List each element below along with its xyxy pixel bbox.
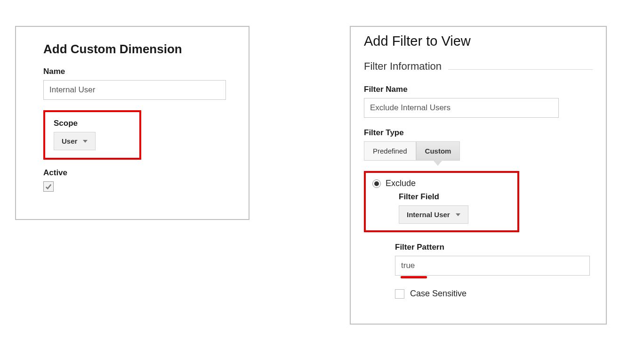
name-input[interactable] (43, 80, 226, 100)
add-filter-panel: Add Filter to View Filter Information Fi… (350, 26, 607, 325)
filter-name-group: Filter Name (364, 85, 593, 118)
scope-highlight-box: Scope User (43, 110, 141, 160)
section-divider (448, 69, 593, 70)
panel-title: Add Filter to View (364, 33, 593, 49)
active-label: Active (43, 168, 226, 178)
name-field-group: Name (43, 67, 226, 100)
filter-type-label: Filter Type (364, 128, 593, 138)
exclude-label: Exclude (386, 179, 416, 188)
filter-type-group: Filter Type Predefined Custom (364, 128, 593, 161)
active-checkbox[interactable] (43, 181, 54, 192)
scope-dropdown[interactable]: User (54, 132, 96, 150)
tab-custom-label: Custom (425, 147, 451, 155)
case-sensitive-row: Case Sensitive (395, 289, 593, 299)
filter-name-label: Filter Name (364, 85, 593, 94)
tab-pointer-icon (433, 160, 443, 166)
tab-custom[interactable]: Custom (416, 141, 460, 161)
filter-pattern-input-wrap (395, 256, 593, 276)
filter-field-value: Internal User (407, 211, 450, 219)
name-label: Name (43, 67, 226, 76)
active-field-group: Active (43, 168, 226, 192)
section-header: Filter Information (364, 60, 593, 74)
check-icon (45, 183, 52, 190)
exclude-highlight-box: Exclude Filter Field Internal User (364, 171, 519, 232)
radio-dot-icon (374, 181, 379, 186)
scope-dropdown-value: User (62, 137, 77, 145)
filter-pattern-label: Filter Pattern (395, 243, 593, 252)
chevron-down-icon (456, 213, 460, 216)
exclude-radio[interactable] (372, 179, 381, 188)
case-sensitive-checkbox[interactable] (395, 289, 404, 299)
filter-pattern-group: Filter Pattern Case Sensitive (395, 243, 593, 299)
filter-type-tabs: Predefined Custom (364, 141, 593, 161)
case-sensitive-label: Case Sensitive (410, 289, 467, 299)
filter-name-input[interactable] (364, 98, 559, 118)
scope-label: Scope (54, 119, 131, 128)
panel-title: Add Custom Dimension (43, 42, 226, 57)
section-label: Filter Information (364, 60, 442, 73)
highlight-underline (401, 276, 427, 278)
exclude-radio-row: Exclude (372, 179, 511, 188)
filter-field-label: Filter Field (399, 192, 511, 202)
chevron-down-icon (83, 140, 88, 143)
filter-field-dropdown[interactable]: Internal User (399, 205, 468, 224)
tab-predefined[interactable]: Predefined (364, 141, 416, 161)
filter-field-group: Filter Field Internal User (399, 192, 511, 224)
filter-pattern-input[interactable] (395, 256, 590, 276)
add-custom-dimension-panel: Add Custom Dimension Name Scope User Act… (15, 26, 250, 220)
